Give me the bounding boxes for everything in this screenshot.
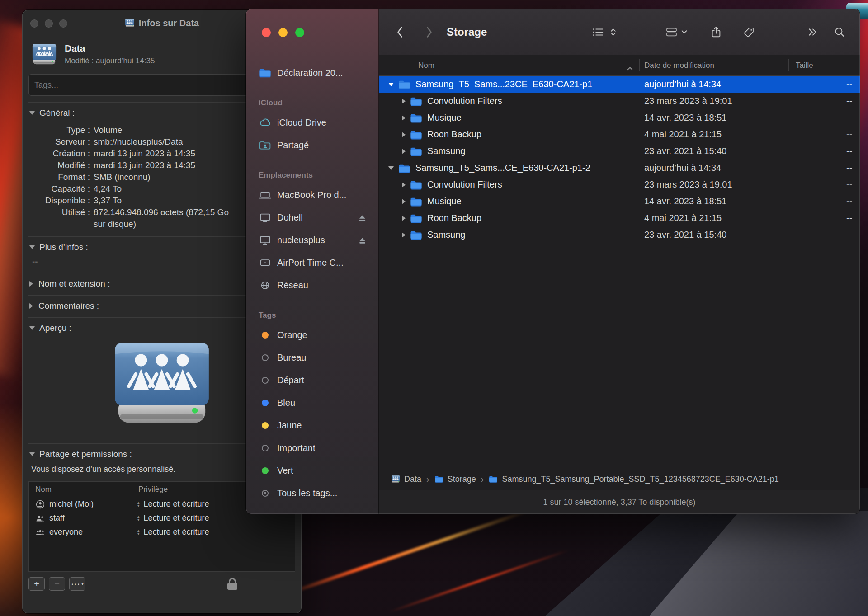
- disclosure-expanded-icon[interactable]: [388, 166, 394, 170]
- file-size: --: [846, 196, 852, 207]
- section-label: Plus d’infos :: [39, 242, 88, 252]
- sidebar-item[interactable]: Bureau: [250, 346, 375, 369]
- sidebar-item[interactable]: Orange: [250, 324, 375, 346]
- file-row[interactable]: Roon Backup4 mai 2021 à 21:15--: [379, 210, 860, 226]
- permission-row[interactable]: everyone▴▾Lecture et écriture: [29, 525, 295, 539]
- disclosure-collapsed-icon[interactable]: [402, 216, 406, 221]
- minimize-button[interactable]: [45, 19, 53, 28]
- column-divider[interactable]: [639, 59, 640, 71]
- share-button[interactable]: [711, 26, 721, 38]
- lock-body: [227, 583, 237, 590]
- file-row[interactable]: Samsung_T5_Sams...23CE_E630-CA21-p1aujou…: [379, 76, 860, 93]
- sidebar-item[interactable]: Bleu: [250, 391, 375, 414]
- disclosure-collapsed-icon[interactable]: [402, 199, 406, 204]
- file-row[interactable]: Musique14 avr. 2023 à 18:51--: [379, 109, 860, 126]
- sidebar-item[interactable]: nucleusplus: [250, 229, 375, 251]
- column-header-name[interactable]: Nom: [418, 55, 434, 76]
- folder-icon: [410, 146, 422, 156]
- chevron-down-icon[interactable]: [29, 245, 35, 249]
- tag-dot-icon: [259, 352, 271, 363]
- disclosure-collapsed-icon[interactable]: [402, 132, 406, 137]
- zoom-button[interactable]: [295, 28, 304, 37]
- column-header-date[interactable]: Date de modification: [644, 55, 714, 76]
- disclosure-collapsed-icon[interactable]: [402, 99, 406, 104]
- table-column-divider: [132, 482, 132, 571]
- sidebar-section-header: iCloud: [246, 91, 378, 111]
- view-mode-button[interactable]: [592, 27, 604, 38]
- path-item[interactable]: Samsung_T5_Samsung_Portable_SSD_T5_12345…: [489, 475, 778, 484]
- view-mode-chevrons-icon[interactable]: [610, 28, 616, 37]
- sidebar-item[interactable]: Dohell: [250, 206, 375, 229]
- path-item[interactable]: Storage: [434, 475, 476, 484]
- sidebar-item[interactable]: MacBook Pro d...: [250, 183, 375, 206]
- group-chevron-icon[interactable]: [681, 30, 687, 34]
- sidebar-item-label: AirPort Time C...: [277, 258, 344, 268]
- chevron-right-icon[interactable]: [29, 281, 33, 287]
- chevron-down-icon[interactable]: [29, 326, 35, 330]
- info-field-label: Disponible :: [22, 195, 90, 207]
- add-permission-button[interactable]: +: [28, 577, 45, 591]
- eject-icon[interactable]: [358, 214, 367, 221]
- section-label: Nom et extension :: [38, 279, 110, 289]
- privilege-popup-icon[interactable]: ▴▾: [137, 501, 140, 508]
- tag-dot-icon: [259, 374, 271, 386]
- sidebar-item[interactable]: Important: [250, 437, 375, 459]
- file-size: --: [846, 96, 852, 106]
- disclosure-collapsed-icon[interactable]: [402, 232, 406, 238]
- chevron-right-icon[interactable]: [29, 303, 33, 309]
- sidebar-item[interactable]: AirPort Time C...: [250, 251, 375, 274]
- sidebar-item[interactable]: Vert: [250, 459, 375, 482]
- sidebar-item[interactable]: Réseau: [250, 274, 375, 296]
- tags-button[interactable]: [744, 27, 755, 38]
- disclosure-expanded-icon[interactable]: [388, 83, 394, 86]
- chevron-down-icon[interactable]: [29, 111, 35, 115]
- chevron-down-icon[interactable]: [29, 452, 35, 456]
- chevron-down-icon: ▾: [81, 582, 84, 586]
- permissions-actions: + − ⋯▾: [28, 577, 295, 592]
- column-header-size[interactable]: Taille: [796, 55, 813, 76]
- group-button[interactable]: [665, 27, 678, 37]
- file-row[interactable]: Samsung23 avr. 2021 à 15:40--: [379, 143, 860, 160]
- sidebar-item[interactable]: Tous les tags...: [250, 482, 375, 504]
- info-header-meta: Data Modifié : aujourd’hui 14:35: [65, 43, 155, 66]
- file-row[interactable]: Convolution Filters23 mars 2023 à 19:01-…: [379, 93, 860, 109]
- sidebar-item[interactable]: Jaune: [250, 414, 375, 437]
- file-row[interactable]: Roon Backup4 mai 2021 à 21:15--: [379, 126, 860, 143]
- folder-icon: [410, 197, 422, 207]
- minimize-button[interactable]: [278, 28, 288, 37]
- file-row[interactable]: Samsung23 avr. 2021 à 15:40--: [379, 226, 860, 243]
- volume-icon: [125, 19, 135, 28]
- privilege-popup-icon[interactable]: ▴▾: [137, 515, 140, 522]
- eject-icon[interactable]: [358, 236, 367, 244]
- search-button[interactable]: [834, 27, 845, 38]
- file-row[interactable]: Samsung_T5_Sams...CE_E630-CA21-p1-2aujou…: [379, 160, 860, 176]
- sidebar-item[interactable]: Déclaration 20...: [250, 61, 375, 84]
- sidebar-item-label: Important: [277, 443, 315, 453]
- permission-user: michel (Moi): [49, 499, 94, 509]
- disclosure-collapsed-icon[interactable]: [402, 115, 406, 121]
- file-row[interactable]: Convolution Filters23 mars 2023 à 19:01-…: [379, 176, 860, 193]
- forward-button[interactable]: [426, 26, 433, 38]
- disclosure-collapsed-icon[interactable]: [402, 149, 406, 154]
- folder-icon: [410, 213, 422, 223]
- column-divider[interactable]: [788, 59, 789, 71]
- close-button[interactable]: [262, 28, 271, 37]
- display-icon: [259, 234, 271, 246]
- sidebar-item[interactable]: iCloud Drive: [250, 111, 375, 134]
- more-toolbar-items-icon[interactable]: [807, 28, 817, 37]
- remove-permission-button[interactable]: −: [49, 577, 65, 591]
- file-row[interactable]: Musique14 avr. 2023 à 18:51--: [379, 193, 860, 210]
- sidebar-item[interactable]: Départ: [250, 369, 375, 391]
- privilege-popup-icon[interactable]: ▴▾: [137, 529, 140, 536]
- disclosure-collapsed-icon[interactable]: [402, 182, 406, 188]
- file-name: Roon Backup: [427, 129, 481, 140]
- file-size: --: [846, 179, 852, 190]
- close-button[interactable]: [30, 19, 38, 28]
- sidebar-item-label: nucleusplus: [277, 235, 325, 245]
- path-item[interactable]: Data: [391, 475, 421, 484]
- actions-menu-button[interactable]: ⋯▾: [69, 577, 85, 591]
- sidebar-item[interactable]: Partagé: [250, 134, 375, 156]
- back-button[interactable]: [396, 26, 403, 38]
- zoom-button[interactable]: [59, 19, 67, 28]
- lock-icon[interactable]: [226, 578, 238, 590]
